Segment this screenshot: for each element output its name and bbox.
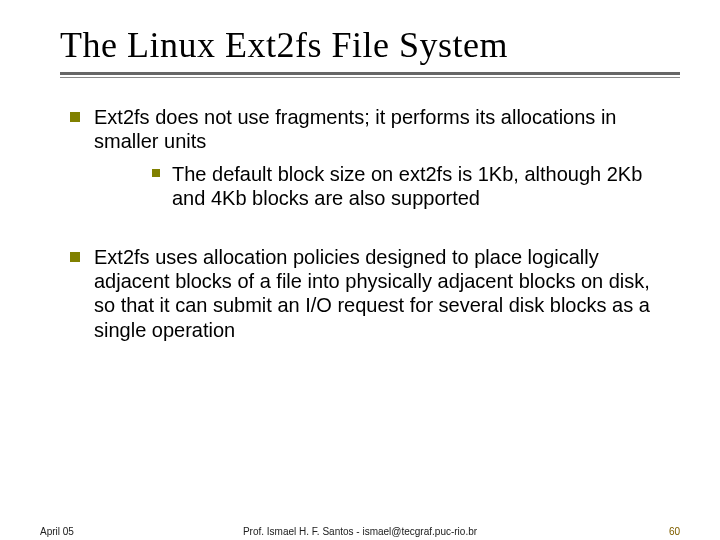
slide-title: The Linux Ext2fs File System [60, 24, 680, 66]
bullet-text: Ext2fs uses allocation policies designed… [94, 246, 650, 341]
bullet-level2: The default block size on ext2fs is 1Kb,… [128, 162, 660, 211]
footer-page-number: 60 [669, 526, 680, 537]
bullet-text: Ext2fs does not use fragments; it perfor… [94, 106, 616, 152]
bullet-level1: Ext2fs does not use fragments; it perfor… [60, 105, 670, 211]
slide: The Linux Ext2fs File System Ext2fs does… [0, 0, 720, 540]
bullet-level1: Ext2fs uses allocation policies designed… [60, 245, 670, 343]
footer-author: Prof. Ismael H. F. Santos - ismael@tecgr… [40, 526, 680, 537]
bullet-text: The default block size on ext2fs is 1Kb,… [172, 163, 642, 209]
title-underline [60, 72, 680, 79]
slide-content: Ext2fs does not use fragments; it perfor… [60, 105, 680, 342]
